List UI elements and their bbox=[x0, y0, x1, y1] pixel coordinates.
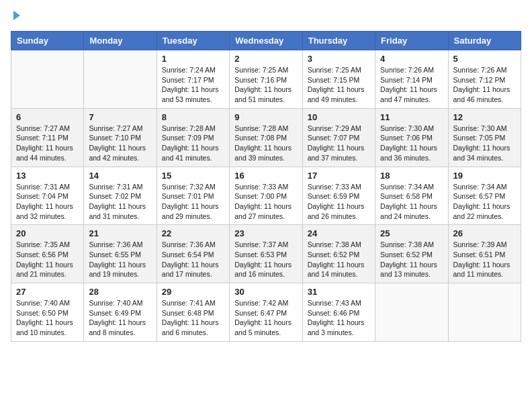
day-header-thursday: Thursday bbox=[302, 32, 375, 50]
week-row-4: 20Sunrise: 7:35 AMSunset: 6:56 PMDayligh… bbox=[11, 225, 521, 283]
day-info: Sunrise: 7:26 AMSunset: 7:14 PMDaylight:… bbox=[380, 65, 443, 105]
calendar-cell: 28Sunrise: 7:40 AMSunset: 6:49 PMDayligh… bbox=[84, 283, 157, 342]
day-number: 10 bbox=[308, 112, 370, 122]
day-number: 3 bbox=[308, 54, 370, 64]
week-row-1: 1Sunrise: 7:24 AMSunset: 7:17 PMDaylight… bbox=[11, 50, 521, 109]
day-info: Sunrise: 7:36 AMSunset: 6:54 PMDaylight:… bbox=[162, 240, 224, 279]
calendar-cell: 21Sunrise: 7:36 AMSunset: 6:55 PMDayligh… bbox=[84, 225, 157, 283]
day-info: Sunrise: 7:24 AMSunset: 7:17 PMDaylight:… bbox=[162, 65, 224, 105]
day-header-monday: Monday bbox=[84, 32, 157, 50]
calendar-cell: 1Sunrise: 7:24 AMSunset: 7:17 PMDaylight… bbox=[157, 50, 229, 109]
day-number: 16 bbox=[234, 171, 297, 181]
day-info: Sunrise: 7:32 AMSunset: 7:01 PMDaylight:… bbox=[162, 182, 224, 222]
calendar-cell: 23Sunrise: 7:37 AMSunset: 6:53 PMDayligh… bbox=[230, 225, 302, 283]
calendar-cell: 19Sunrise: 7:34 AMSunset: 6:57 PMDayligh… bbox=[448, 167, 521, 225]
day-number: 24 bbox=[308, 228, 370, 238]
calendar-cell: 4Sunrise: 7:26 AMSunset: 7:14 PMDaylight… bbox=[375, 50, 448, 109]
calendar-cell: 6Sunrise: 7:27 AMSunset: 7:11 PMDaylight… bbox=[11, 108, 84, 167]
day-number: 11 bbox=[380, 112, 443, 122]
day-number: 9 bbox=[234, 112, 297, 122]
calendar-cell: 3Sunrise: 7:25 AMSunset: 7:15 PMDaylight… bbox=[302, 50, 375, 109]
day-number: 13 bbox=[16, 171, 79, 181]
calendar-cell bbox=[84, 50, 157, 109]
calendar-body: 1Sunrise: 7:24 AMSunset: 7:17 PMDaylight… bbox=[11, 50, 521, 342]
calendar-cell: 7Sunrise: 7:27 AMSunset: 7:10 PMDaylight… bbox=[84, 108, 157, 167]
day-number: 18 bbox=[380, 171, 443, 181]
calendar-cell bbox=[11, 50, 84, 109]
day-number: 28 bbox=[89, 287, 151, 297]
calendar-cell: 24Sunrise: 7:38 AMSunset: 6:52 PMDayligh… bbox=[302, 225, 375, 283]
day-info: Sunrise: 7:41 AMSunset: 6:48 PMDaylight:… bbox=[162, 298, 224, 338]
day-number: 4 bbox=[380, 54, 443, 64]
day-info: Sunrise: 7:31 AMSunset: 7:04 PMDaylight:… bbox=[16, 182, 79, 222]
calendar-cell: 17Sunrise: 7:33 AMSunset: 6:59 PMDayligh… bbox=[302, 167, 375, 225]
calendar-cell: 16Sunrise: 7:33 AMSunset: 7:00 PMDayligh… bbox=[230, 167, 302, 225]
day-number: 23 bbox=[234, 228, 297, 238]
day-number: 27 bbox=[16, 287, 79, 297]
day-info: Sunrise: 7:29 AMSunset: 7:07 PMDaylight:… bbox=[308, 124, 370, 163]
day-info: Sunrise: 7:25 AMSunset: 7:16 PMDaylight:… bbox=[234, 65, 297, 105]
day-number: 6 bbox=[16, 112, 79, 122]
calendar-cell: 11Sunrise: 7:30 AMSunset: 7:06 PMDayligh… bbox=[375, 108, 448, 167]
day-number: 12 bbox=[453, 112, 516, 122]
day-info: Sunrise: 7:33 AMSunset: 6:59 PMDaylight:… bbox=[308, 182, 370, 222]
day-info: Sunrise: 7:30 AMSunset: 7:05 PMDaylight:… bbox=[453, 124, 516, 163]
day-number: 8 bbox=[162, 112, 224, 122]
day-info: Sunrise: 7:30 AMSunset: 7:06 PMDaylight:… bbox=[380, 124, 443, 163]
calendar-cell: 20Sunrise: 7:35 AMSunset: 6:56 PMDayligh… bbox=[11, 225, 84, 283]
day-header-friday: Friday bbox=[375, 32, 448, 50]
week-row-3: 13Sunrise: 7:31 AMSunset: 7:04 PMDayligh… bbox=[11, 167, 521, 225]
day-header-sunday: Sunday bbox=[11, 32, 84, 50]
day-number: 30 bbox=[234, 287, 297, 297]
calendar-cell: 31Sunrise: 7:43 AMSunset: 6:46 PMDayligh… bbox=[302, 283, 375, 342]
calendar-cell: 22Sunrise: 7:36 AMSunset: 6:54 PMDayligh… bbox=[157, 225, 229, 283]
day-info: Sunrise: 7:27 AMSunset: 7:10 PMDaylight:… bbox=[89, 124, 151, 163]
day-number: 26 bbox=[453, 228, 516, 238]
calendar-cell: 5Sunrise: 7:26 AMSunset: 7:12 PMDaylight… bbox=[448, 50, 521, 109]
day-info: Sunrise: 7:28 AMSunset: 7:09 PMDaylight:… bbox=[162, 124, 224, 163]
day-number: 31 bbox=[308, 287, 370, 297]
day-info: Sunrise: 7:38 AMSunset: 6:52 PMDaylight:… bbox=[308, 240, 370, 279]
calendar-cell: 25Sunrise: 7:38 AMSunset: 6:52 PMDayligh… bbox=[375, 225, 448, 283]
day-info: Sunrise: 7:37 AMSunset: 6:53 PMDaylight:… bbox=[234, 240, 297, 279]
day-number: 21 bbox=[89, 228, 151, 238]
day-number: 15 bbox=[162, 171, 224, 181]
calendar-cell: 27Sunrise: 7:40 AMSunset: 6:50 PMDayligh… bbox=[11, 283, 84, 342]
day-info: Sunrise: 7:34 AMSunset: 6:58 PMDaylight:… bbox=[380, 182, 443, 222]
calendar-cell: 26Sunrise: 7:39 AMSunset: 6:51 PMDayligh… bbox=[448, 225, 521, 283]
calendar-cell: 10Sunrise: 7:29 AMSunset: 7:07 PMDayligh… bbox=[302, 108, 375, 167]
day-info: Sunrise: 7:33 AMSunset: 7:00 PMDaylight:… bbox=[234, 182, 297, 222]
week-row-2: 6Sunrise: 7:27 AMSunset: 7:11 PMDaylight… bbox=[11, 108, 521, 167]
page-header bbox=[11, 11, 521, 23]
day-info: Sunrise: 7:27 AMSunset: 7:11 PMDaylight:… bbox=[16, 124, 79, 163]
calendar-cell: 15Sunrise: 7:32 AMSunset: 7:01 PMDayligh… bbox=[157, 167, 229, 225]
calendar-cell: 29Sunrise: 7:41 AMSunset: 6:48 PMDayligh… bbox=[157, 283, 229, 342]
calendar-table: SundayMondayTuesdayWednesdayThursdayFrid… bbox=[11, 31, 521, 342]
calendar-cell: 18Sunrise: 7:34 AMSunset: 6:58 PMDayligh… bbox=[375, 167, 448, 225]
day-number: 5 bbox=[453, 54, 516, 64]
day-info: Sunrise: 7:25 AMSunset: 7:15 PMDaylight:… bbox=[308, 65, 370, 105]
day-info: Sunrise: 7:43 AMSunset: 6:46 PMDaylight:… bbox=[308, 298, 370, 338]
day-number: 25 bbox=[380, 228, 443, 238]
day-number: 7 bbox=[89, 112, 151, 122]
calendar-cell: 2Sunrise: 7:25 AMSunset: 7:16 PMDaylight… bbox=[230, 50, 302, 109]
calendar-cell bbox=[375, 283, 448, 342]
day-info: Sunrise: 7:35 AMSunset: 6:56 PMDaylight:… bbox=[16, 240, 79, 279]
day-number: 20 bbox=[16, 228, 79, 238]
day-number: 19 bbox=[453, 171, 516, 181]
day-info: Sunrise: 7:31 AMSunset: 7:02 PMDaylight:… bbox=[89, 182, 151, 222]
day-info: Sunrise: 7:36 AMSunset: 6:55 PMDaylight:… bbox=[89, 240, 151, 279]
header-row: SundayMondayTuesdayWednesdayThursdayFrid… bbox=[11, 32, 521, 50]
week-row-5: 27Sunrise: 7:40 AMSunset: 6:50 PMDayligh… bbox=[11, 283, 521, 342]
day-number: 2 bbox=[234, 54, 297, 64]
day-header-wednesday: Wednesday bbox=[230, 32, 302, 50]
calendar-cell: 14Sunrise: 7:31 AMSunset: 7:02 PMDayligh… bbox=[84, 167, 157, 225]
calendar-cell: 8Sunrise: 7:28 AMSunset: 7:09 PMDaylight… bbox=[157, 108, 229, 167]
calendar-cell: 12Sunrise: 7:30 AMSunset: 7:05 PMDayligh… bbox=[448, 108, 521, 167]
day-info: Sunrise: 7:26 AMSunset: 7:12 PMDaylight:… bbox=[453, 65, 516, 105]
day-number: 17 bbox=[308, 171, 370, 181]
day-header-saturday: Saturday bbox=[448, 32, 521, 50]
day-info: Sunrise: 7:38 AMSunset: 6:52 PMDaylight:… bbox=[380, 240, 443, 279]
day-info: Sunrise: 7:40 AMSunset: 6:49 PMDaylight:… bbox=[89, 298, 151, 338]
day-info: Sunrise: 7:40 AMSunset: 6:50 PMDaylight:… bbox=[16, 298, 79, 338]
